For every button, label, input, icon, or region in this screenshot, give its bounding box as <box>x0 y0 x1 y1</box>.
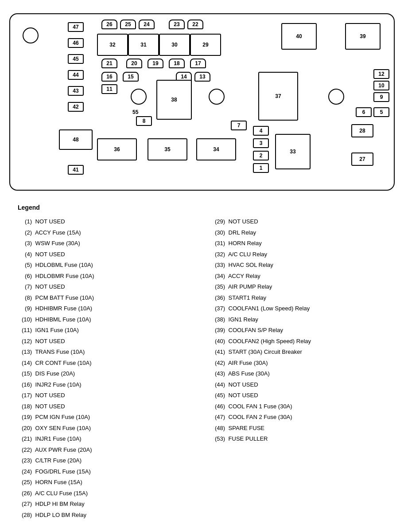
legend-item: (13) TRANS Fuse (10A) <box>18 348 193 356</box>
fuse-7: 7 <box>231 121 247 130</box>
fuse-11: 11 <box>101 84 117 94</box>
fuse-13: 13 <box>194 72 210 82</box>
legend-item: (9) HDHIBMR Fuse (10A) <box>18 304 193 313</box>
fuse-46: 46 <box>68 38 84 48</box>
fuse-25: 25 <box>120 20 136 29</box>
legend-item: (12) NOT USED <box>18 337 193 346</box>
fuse-37: 37 <box>258 72 298 121</box>
fuse-35: 35 <box>148 138 187 160</box>
fuse-23: 23 <box>169 20 185 29</box>
legend-item: (18) NOT USED <box>18 402 193 411</box>
legend-item: (23) C/LTR Fuse (20A) <box>18 456 193 465</box>
fuse-6: 6 <box>356 107 372 117</box>
legend-item: (32) A/C CLU Relay <box>211 250 386 259</box>
legend-item: (36) START1 Relay <box>211 293 386 302</box>
legend-item: (46) COOL FAN 1 Fuse (30A) <box>211 402 386 411</box>
legend-item: (53) FUSE PULLER <box>211 434 386 443</box>
fuse-12: 12 <box>373 69 389 79</box>
fuse-43: 43 <box>68 86 84 96</box>
legend-item: (27) HDLP HI BM Relay <box>18 500 193 509</box>
legend-item: (15) DIS Fuse (20A) <box>18 369 193 378</box>
legend-item: (8) PCM BATT Fuse (10A) <box>18 293 193 302</box>
fuse-21: 21 <box>101 59 117 68</box>
legend-columns: (1) NOT USED(2) ACCY Fuse (15A)(3) WSW F… <box>18 217 386 521</box>
fuse-15: 15 <box>123 72 139 82</box>
legend-item: (45) NOT USED <box>211 391 386 400</box>
fuse-32: 32 <box>97 34 128 56</box>
fuse-45: 45 <box>68 54 84 64</box>
legend-item: (10) HDHIBML Fuse (10A) <box>18 315 193 324</box>
legend-item: (2) ACCY Fuse (15A) <box>18 228 193 237</box>
fuse-17: 17 <box>190 59 206 68</box>
legend-item: (3) WSW Fuse (30A) <box>18 239 193 248</box>
fuse-22: 22 <box>187 20 203 29</box>
fuse-10: 10 <box>373 81 389 90</box>
legend-item: (7) NOT USED <box>18 282 193 291</box>
fuse-24: 24 <box>139 20 155 29</box>
legend-item: (42) AIR Fuse (30A) <box>211 359 386 368</box>
fuse-5: 5 <box>373 107 389 117</box>
fuse-18: 18 <box>169 59 185 68</box>
fuse-44: 44 <box>68 70 84 80</box>
legend-section: Legend (1) NOT USED(2) ACCY Fuse (15A)(3… <box>18 204 386 521</box>
legend-item: (47) COOL FAN 2 Fuse (30A) <box>211 413 386 422</box>
legend-item: (48) SPARE FUSE <box>211 424 386 433</box>
legend-item: (11) IGN1 Fuse (10A) <box>18 326 193 335</box>
fuse-9: 9 <box>373 92 389 102</box>
legend-item: (34) ACCY Relay <box>211 272 386 281</box>
fuse-38: 38 <box>156 80 192 120</box>
fuse-diagram: 47 46 45 44 43 42 48 41 26 25 24 23 22 3… <box>9 13 395 191</box>
fuse-3: 3 <box>253 138 269 148</box>
fuse-34: 34 <box>196 138 236 160</box>
fuse-28: 28 <box>351 124 373 137</box>
legend-item: (24) FOG/DRL Fuse (15A) <box>18 467 193 476</box>
legend-item: (1) NOT USED <box>18 217 193 226</box>
fuse-47: 47 <box>68 22 84 32</box>
fuse-27: 27 <box>351 153 373 166</box>
legend-item: (22) AUX PWR Fuse (20A) <box>18 446 193 454</box>
legend-item: (35) AIR PUMP Relay <box>211 282 386 291</box>
legend-item: (20) OXY SEN Fuse (10A) <box>18 424 193 433</box>
legend-left-col: (1) NOT USED(2) ACCY Fuse (15A)(3) WSW F… <box>18 217 193 521</box>
legend-item: (41) START (30A) Circuit Breaker <box>211 348 386 356</box>
legend-item: (30) DRL Relay <box>211 228 386 237</box>
legend-item: (43) ABS Fuse (30A) <box>211 369 386 378</box>
legend-item: (38) IGN1 Relay <box>211 315 386 324</box>
legend-item: (25) HORN Fuse (15A) <box>18 478 193 487</box>
legend-item: (19) PCM IGN Fuse (10A) <box>18 413 193 422</box>
fuse-19: 19 <box>148 59 163 68</box>
fuse-30: 30 <box>159 34 190 56</box>
legend-item: (26) A/C CLU Fuse (15A) <box>18 489 193 498</box>
fuse-41: 41 <box>68 165 84 175</box>
legend-item: (39) COOLFAN S/P Relay <box>211 326 386 335</box>
fuse-2: 2 <box>253 151 269 160</box>
legend-item: (4) NOT USED <box>18 250 193 259</box>
fuse-20: 20 <box>126 59 142 68</box>
legend-item: (40) COOLFAN2 (High Speed) Relay <box>211 337 386 346</box>
legend-item: (21) INJR1 Fuse (10A) <box>18 434 193 443</box>
fuse-40: 40 <box>281 23 317 50</box>
legend-item: (6) HDLOBMR Fuse (10A) <box>18 272 193 281</box>
fuse-1: 1 <box>253 163 269 173</box>
fuse-48: 48 <box>59 129 93 150</box>
fuse-29: 29 <box>190 34 221 56</box>
relay-circle-55 <box>131 89 147 105</box>
fuse-31: 31 <box>128 34 159 56</box>
fuse-4: 4 <box>253 126 269 136</box>
fuse-42: 42 <box>68 102 84 112</box>
legend-item: (31) HORN Relay <box>211 239 386 248</box>
legend-item: (16) INJR2 Fuse (10A) <box>18 380 193 389</box>
fuse-55-label: 55 <box>132 109 138 115</box>
fuse-39: 39 <box>345 23 381 50</box>
relay-circle-right <box>328 89 344 105</box>
fuse-26: 26 <box>101 20 117 29</box>
fuse-8: 8 <box>136 116 152 126</box>
mounting-hole <box>23 27 39 43</box>
fuse-16: 16 <box>101 72 117 82</box>
legend-item: (37) COOLFAN1 (Low Speed) Relay <box>211 304 386 313</box>
legend-item: (29) NOT USED <box>211 217 386 226</box>
legend-title: Legend <box>18 204 386 211</box>
legend-item: (33) HVAC SOL Relay <box>211 261 386 270</box>
legend-item: (17) NOT USED <box>18 391 193 400</box>
legend-item: (44) NOT USED <box>211 380 386 389</box>
